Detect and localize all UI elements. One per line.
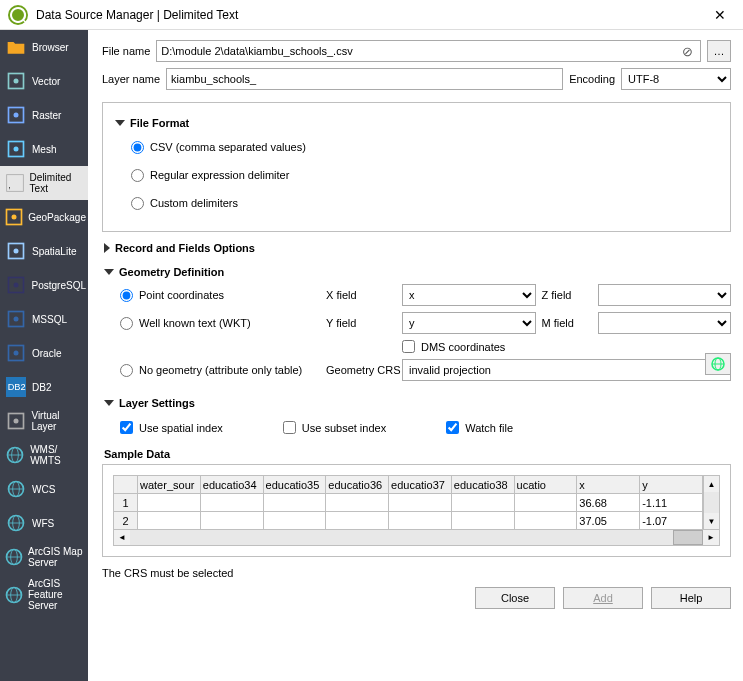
column-header[interactable]: educatio36 — [326, 476, 389, 494]
scroll-left-icon[interactable]: ◄ — [114, 530, 130, 545]
file-format-header[interactable]: File Format — [115, 117, 720, 129]
spatial-index-checkbox[interactable]: Use spatial index — [120, 421, 223, 434]
sidebar-item-label: Raster — [32, 110, 61, 121]
vertical-scrollbar[interactable]: ▲ ▼ — [703, 475, 720, 530]
help-button[interactable]: Help — [651, 587, 731, 609]
status-message: The CRS must be selected — [102, 567, 731, 579]
column-header[interactable]: educatio37 — [389, 476, 452, 494]
table-cell — [389, 512, 452, 530]
sidebar-item-oracle[interactable]: Oracle — [0, 336, 88, 370]
column-header[interactable]: x — [577, 476, 640, 494]
table-cell: 37.05 — [577, 512, 640, 530]
y-field-select[interactable]: y — [402, 312, 536, 334]
file-format-option-1[interactable]: Regular expression delimiter — [131, 163, 720, 187]
sidebar-item-geopackage[interactable]: GeoPackage — [0, 200, 88, 234]
sidebar-item-label: Oracle — [32, 348, 61, 359]
sidebar-item-mssql[interactable]: MSSQL — [0, 302, 88, 336]
globe-icon — [4, 583, 24, 607]
svg-point-16 — [14, 317, 19, 322]
sample-table: water_soureducatio34educatio35educatio36… — [113, 475, 703, 530]
folder-icon — [4, 35, 28, 59]
table-cell — [514, 512, 577, 530]
sidebar-item-wms-wmts[interactable]: WMS/ WMTS — [0, 438, 88, 472]
globe-icon — [4, 545, 24, 569]
sample-data-panel: water_soureducatio34educatio35educatio36… — [102, 464, 731, 557]
table-cell — [200, 512, 263, 530]
virtual-icon — [4, 409, 27, 433]
sidebar-item-label: ArcGIS Feature Server — [28, 578, 86, 611]
chevron-down-icon — [104, 400, 114, 406]
layer-name-input[interactable] — [166, 68, 563, 90]
file-format-option-2[interactable]: Custom delimiters — [131, 191, 720, 215]
sidebar-item-arcgis-feature-server[interactable]: ArcGIS Feature Server — [0, 574, 88, 615]
file-format-option-0[interactable]: CSV (comma separated values) — [131, 135, 720, 159]
app-logo-icon — [8, 5, 28, 25]
m-field-label: M field — [542, 317, 592, 329]
column-header[interactable]: water_sour — [138, 476, 201, 494]
dms-checkbox[interactable]: DMS coordinates — [402, 340, 536, 353]
table-row: 237.05-1.07 — [114, 512, 703, 530]
clear-file-icon[interactable]: ⊘ — [677, 41, 697, 61]
table-cell — [451, 494, 514, 512]
window-title: Data Source Manager | Delimited Text — [36, 8, 705, 22]
sidebar-item-postgresql[interactable]: PostgreSQL — [0, 268, 88, 302]
svg-text:,: , — [8, 180, 11, 190]
encoding-select[interactable]: UTF-8 — [621, 68, 731, 90]
geometry-def-header[interactable]: Geometry Definition — [104, 266, 731, 278]
sidebar: BrowserVectorRasterMesh,Delimited TextGe… — [0, 30, 88, 681]
sidebar-item-browser[interactable]: Browser — [0, 30, 88, 64]
browse-button[interactable]: … — [707, 40, 731, 62]
scroll-down-icon[interactable]: ▼ — [704, 513, 719, 529]
add-button[interactable]: Add — [563, 587, 643, 609]
row-number: 2 — [114, 512, 138, 530]
db2-icon: DB2 — [4, 375, 28, 399]
sidebar-item-label: PostgreSQL — [32, 280, 86, 291]
svg-point-2 — [14, 79, 19, 84]
globe-icon — [4, 443, 26, 467]
watch-file-checkbox[interactable]: Watch file — [446, 421, 513, 434]
sidebar-item-label: SpatiaLite — [32, 246, 76, 257]
layer-settings-header[interactable]: Layer Settings — [104, 397, 731, 409]
sidebar-item-arcgis-map-server[interactable]: ArcGIS Map Server — [0, 540, 88, 574]
sidebar-item-raster[interactable]: Raster — [0, 98, 88, 132]
sidebar-item-spatialite[interactable]: SpatiaLite — [0, 234, 88, 268]
sidebar-item-wcs[interactable]: WCS — [0, 472, 88, 506]
svg-text:DB2: DB2 — [8, 382, 26, 392]
sidebar-item-wfs[interactable]: WFS — [0, 506, 88, 540]
sidebar-item-vector[interactable]: Vector — [0, 64, 88, 98]
sidebar-item-mesh[interactable]: Mesh — [0, 132, 88, 166]
m-field-select[interactable] — [598, 312, 732, 334]
scroll-right-icon[interactable]: ► — [703, 530, 719, 545]
mssql-icon — [4, 307, 28, 331]
sidebar-item-virtual-layer[interactable]: Virtual Layer — [0, 404, 88, 438]
crs-picker-button[interactable] — [705, 353, 731, 375]
column-header[interactable]: ucatio — [514, 476, 577, 494]
scroll-up-icon[interactable]: ▲ — [704, 476, 719, 492]
horizontal-scrollbar[interactable]: ◄ ► — [113, 529, 720, 546]
sidebar-item-label: Delimited Text — [30, 172, 86, 194]
sidebar-item-label: WCS — [32, 484, 55, 495]
sidebar-item-delimited-text[interactable]: ,Delimited Text — [0, 166, 88, 200]
point-coords-radio[interactable]: Point coordinates — [120, 289, 320, 302]
sidebar-item-db2[interactable]: DB2DB2 — [0, 370, 88, 404]
x-field-select[interactable]: x — [402, 284, 536, 306]
record-fields-header[interactable]: Record and Fields Options — [104, 242, 731, 254]
globe-icon — [4, 511, 28, 535]
close-button[interactable]: Close — [475, 587, 555, 609]
column-header[interactable]: y — [640, 476, 703, 494]
subset-index-checkbox[interactable]: Use subset index — [283, 421, 386, 434]
sidebar-item-label: WMS/ WMTS — [30, 444, 86, 466]
y-field-label: Y field — [326, 317, 396, 329]
column-header[interactable]: educatio38 — [451, 476, 514, 494]
wkt-radio[interactable]: Well known text (WKT) — [120, 317, 320, 330]
table-cell: 36.68 — [577, 494, 640, 512]
close-icon[interactable]: ✕ — [705, 7, 735, 23]
z-field-select[interactable] — [598, 284, 732, 306]
column-header[interactable]: educatio35 — [263, 476, 326, 494]
sidebar-item-label: WFS — [32, 518, 54, 529]
titlebar: Data Source Manager | Delimited Text ✕ — [0, 0, 743, 30]
sidebar-item-label: Mesh — [32, 144, 56, 155]
column-header[interactable]: educatio34 — [200, 476, 263, 494]
svg-point-12 — [14, 249, 19, 254]
file-name-input[interactable] — [156, 40, 701, 62]
